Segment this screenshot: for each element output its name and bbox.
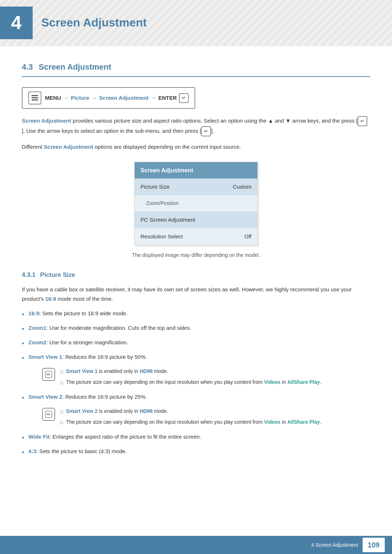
nav-menu-label: MENU	[45, 94, 61, 102]
bullet-dot: •	[22, 447, 24, 458]
subsection-heading: 4.3.1 Picture Size	[22, 270, 370, 280]
note-icon-2: ✏	[42, 408, 55, 421]
svg-rect-2	[32, 99, 38, 100]
bullet-content: : Sets the picture to 16:9 wide mode.	[39, 310, 127, 316]
list-item: • Zoom2: Use for a stronger magnificatio…	[22, 338, 370, 349]
note-bullet: □	[60, 379, 63, 387]
bullet-text: Zoom1: Use for moderate magnification. C…	[28, 324, 191, 332]
intro-enter2: ↵	[201, 126, 211, 136]
note-item-1a: □ Smart View 1 is enabled only in HDMI m…	[60, 367, 321, 376]
bullet-label: Zoom1	[28, 325, 46, 331]
list-item: • Wide Fit: Enlarges the aspect ratio of…	[22, 432, 370, 443]
menu-item-value-0: Custom	[233, 182, 252, 191]
note-icon-1: ✏	[42, 368, 55, 381]
bullet-text: Smart View 2: Reduces the 16:9 picture b…	[28, 393, 147, 401]
page-footer: 4 Screen Adjustment 109	[0, 536, 392, 554]
footer-page-number: 109	[363, 538, 385, 552]
bullet-label: Wide Fit	[28, 434, 49, 440]
menu-item-zoom: · Zoom/Position	[135, 195, 257, 211]
bullet-content: : Use for a stronger magnification.	[46, 339, 128, 345]
menu-item-picture-size: Picture Size Custom	[135, 178, 257, 195]
nav-screen-adj: Screen Adjustment	[99, 94, 148, 102]
menu-item-pc-screen: PC Screen Adjustment	[135, 212, 257, 228]
bullet-text: 16:9: Sets the picture to 16:9 wide mode…	[28, 309, 128, 318]
footer-text: 4 Screen Adjustment	[311, 541, 358, 549]
intro-text-part3: ]. Use the arrow keys to select an optio…	[22, 128, 201, 134]
nav-arrow3: →	[151, 94, 156, 102]
bullet-dot: •	[22, 433, 24, 443]
nav-arrow1: →	[63, 94, 69, 102]
note-item-1b: □ The picture size can vary depending on…	[60, 378, 321, 387]
bullet-content: : Sets the picture to basic (4:3) mode.	[36, 448, 127, 454]
bullet-text: Wide Fit: Enlarges the aspect ratio of t…	[28, 432, 201, 441]
menu-mockup-container: Screen Adjustment Picture Size Custom · …	[22, 162, 370, 245]
intro-text-part4: ].	[211, 128, 214, 134]
note-item-2a: □ Smart View 2 is enabled only in HDMI m…	[60, 407, 321, 416]
menu-item-resolution: Resolution Select Off	[135, 228, 257, 245]
nav-picture: Picture	[71, 94, 89, 102]
intro-highlight: Screen Adjustment	[22, 118, 71, 124]
note-bullet: □	[60, 419, 63, 427]
note-bullet: □	[60, 368, 63, 376]
section-heading: 4.3 Screen Adjustment	[22, 61, 370, 77]
list-item-note1: ✏ □ Smart View 1 is enabled only in HDMI…	[29, 367, 370, 389]
bullet-dot: •	[22, 324, 24, 335]
list-item-note2: ✏ □ Smart View 2 is enabled only in HDMI…	[29, 407, 370, 429]
different-rest: options are displayed depending on the c…	[93, 144, 241, 150]
note-text: The picture size can vary depending on t…	[66, 378, 321, 387]
note-content-2: □ Smart View 2 is enabled only in HDMI m…	[60, 407, 321, 429]
menu-icon	[28, 91, 41, 104]
note-box-2: ✏ □ Smart View 2 is enabled only in HDMI…	[42, 407, 370, 429]
list-item: • Smart View 1: Reduces the 16:9 picture…	[22, 353, 370, 364]
list-item: • 16:9: Sets the picture to 16:9 wide mo…	[22, 309, 370, 320]
bullet-content: : Reduces the 16:9 picture by 25%.	[62, 394, 147, 400]
svg-text:✏: ✏	[46, 411, 51, 417]
bullet-dot: •	[22, 309, 24, 320]
bullet-text: 4:3: Sets the picture to basic (4:3) mod…	[28, 447, 127, 456]
bullet-label: 16:9	[28, 310, 39, 316]
different-paragraph: Different Screen Adjustment options are …	[22, 142, 370, 152]
subsection-number: 4.3.1	[22, 271, 36, 278]
bullet-label: Smart View 1	[28, 354, 62, 360]
note-content-1: □ Smart View 1 is enabled only in HDMI m…	[60, 367, 321, 389]
bullet-dot: •	[22, 338, 24, 349]
different-highlight: Screen Adjustment	[44, 144, 93, 150]
bullet-dot: •	[22, 353, 24, 364]
bullet-text: Zoom2: Use for a stronger magnification.	[28, 338, 128, 347]
bullet-text: Smart View 1: Reduces the 16:9 picture b…	[28, 353, 147, 361]
svg-rect-0	[32, 95, 38, 96]
bullet-content: : Use for moderate magnification. Cuts o…	[46, 325, 191, 331]
list-item: • Smart View 2: Reduces the 16:9 picture…	[22, 393, 370, 403]
bullet-dot: •	[22, 393, 24, 403]
svg-text:✏: ✏	[46, 372, 51, 377]
menu-item-label-0: Picture Size	[140, 182, 170, 191]
list-item: • Zoom1: Use for moderate magnification.…	[22, 324, 370, 335]
bullet-content: : Reduces the 16:9 picture by 50%.	[62, 354, 147, 360]
note-text: Smart View 2 is enabled only in HDMI mod…	[66, 407, 168, 416]
intro-enter1: ↵	[358, 116, 367, 126]
nav-enter-icon: ↵	[179, 93, 189, 103]
menu-item-label-2: PC Screen Adjustment	[140, 216, 195, 224]
note-item-2b: □ The picture size can vary depending on…	[60, 418, 321, 427]
intro-text-part2: provides various picture size and aspect…	[71, 118, 358, 124]
menu-item-label-3: Resolution Select	[140, 232, 183, 241]
list-item: • 4:3: Sets the picture to basic (4:3) m…	[22, 447, 370, 458]
menu-item-value-3: Off	[244, 232, 252, 241]
bullet-label: Smart View 2	[28, 394, 62, 400]
svg-rect-1	[32, 97, 38, 98]
main-content: 4.3 Screen Adjustment MENU → Picture → S…	[0, 61, 392, 484]
ps-highlight: 16:9	[45, 296, 56, 302]
intro-paragraph: Screen Adjustment provides various pictu…	[22, 116, 370, 136]
chapter-number: 4	[0, 7, 33, 39]
chapter-header: 4 Screen Adjustment	[0, 0, 392, 46]
bullet-label: 4:3	[28, 448, 36, 454]
ps-rest: mode most of the time.	[56, 296, 113, 302]
section-title: Screen Adjustment	[39, 61, 111, 73]
chapter-title: Screen Adjustment	[41, 13, 147, 32]
note-text: The picture size can vary depending on t…	[66, 418, 321, 427]
subsection-title: Picture Size	[40, 271, 75, 278]
different-text: Different	[22, 144, 44, 150]
menu-box: Screen Adjustment Picture Size Custom · …	[134, 162, 258, 245]
note-bullet: □	[60, 408, 63, 416]
menu-caption: The displayed image may differ depending…	[22, 251, 370, 259]
